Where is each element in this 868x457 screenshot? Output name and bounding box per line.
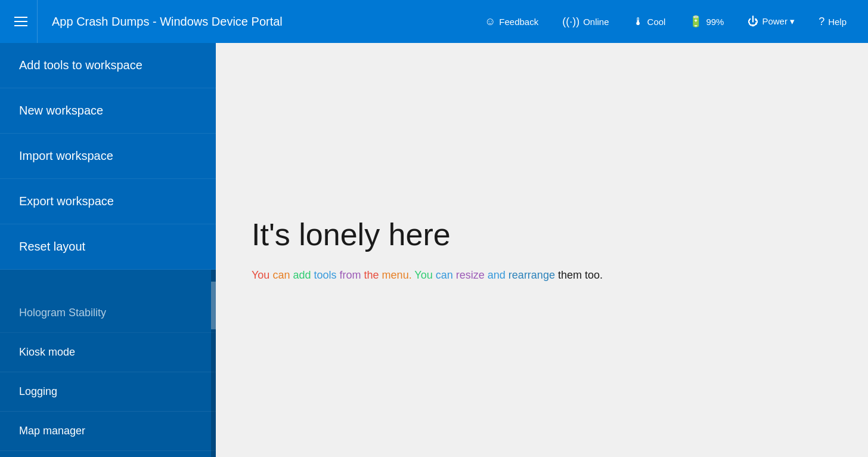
power-button[interactable]: ⏻ Power ▾	[736, 0, 807, 43]
online-label: Online	[583, 17, 609, 27]
app-title: App Crash Dumps - Windows Device Portal	[38, 15, 473, 29]
subtitle-word-the: the	[364, 269, 379, 281]
sidebar-item-kiosk-mode[interactable]: Kiosk mode	[0, 333, 216, 372]
dropdown-menu: Add tools to workspace New workspace Imp…	[0, 43, 216, 270]
hamburger-icon-line3	[14, 25, 27, 26]
header: App Crash Dumps - Windows Device Portal …	[0, 0, 868, 43]
subtitle-word-resize: resize	[456, 269, 485, 281]
hamburger-icon-line2	[14, 21, 27, 22]
power-icon: ⏻	[748, 16, 758, 28]
main-layout: Add tools to workspace New workspace Imp…	[0, 43, 868, 457]
export-workspace-menu-item[interactable]: Export workspace	[0, 179, 216, 224]
reset-layout-menu-item[interactable]: Reset layout	[0, 224, 216, 270]
feedback-label: Feedback	[499, 17, 538, 27]
lonely-subtitle: You can add tools from the menu. You can…	[252, 267, 603, 284]
online-button[interactable]: ((·)) Online	[550, 0, 621, 43]
new-workspace-menu-item[interactable]: New workspace	[0, 88, 216, 134]
header-actions: ☺ Feedback ((·)) Online 🌡 Cool 🔋 99% ⏻ P…	[473, 0, 858, 43]
subtitle-word-you2: You	[414, 269, 432, 281]
online-icon: ((·))	[562, 16, 579, 28]
thermometer-icon: 🌡	[633, 16, 644, 28]
battery-label: 99%	[706, 17, 724, 27]
subtitle-word-rearrange: rearrange	[509, 269, 555, 281]
subtitle-word-can1: can	[272, 269, 290, 281]
subtitle-word-can2: can	[436, 269, 453, 281]
subtitle-word-menu: menu.	[382, 269, 412, 281]
help-icon: ?	[819, 16, 824, 28]
main-content: It's lonely here You can add tools from …	[216, 43, 868, 457]
sidebar-nav: Hologram Stability Kiosk mode Logging Ma…	[0, 294, 216, 457]
sidebar-item-logging[interactable]: Logging	[0, 372, 216, 412]
subtitle-word-and: and	[488, 269, 506, 281]
subtitle-word-tools: tools	[314, 269, 337, 281]
power-label: Power ▾	[762, 16, 795, 27]
subtitle-word-add: add	[293, 269, 311, 281]
subtitle-word-them: them	[558, 269, 582, 281]
subtitle-word-too: too.	[585, 269, 603, 281]
subtitle-word-you1: You	[252, 269, 269, 281]
lonely-box: It's lonely here You can add tools from …	[252, 217, 603, 284]
add-tools-menu-item[interactable]: Add tools to workspace	[0, 43, 216, 88]
sidebar-item-hologram-stability[interactable]: Hologram Stability	[0, 294, 216, 333]
battery-icon: 🔋	[689, 15, 702, 28]
lonely-title: It's lonely here	[252, 217, 603, 252]
hamburger-icon-line1	[14, 17, 27, 18]
subtitle-word-from: from	[340, 269, 361, 281]
import-workspace-menu-item[interactable]: Import workspace	[0, 134, 216, 179]
feedback-button[interactable]: ☺ Feedback	[473, 0, 550, 43]
cool-label: Cool	[647, 17, 666, 27]
sidebar-item-map-manager[interactable]: Map manager	[0, 412, 216, 451]
hamburger-button[interactable]	[10, 0, 38, 43]
sidebar: Add tools to workspace New workspace Imp…	[0, 43, 216, 457]
sidebar-item-mixed-reality-capture[interactable]: Mixed Reality Capture	[0, 451, 216, 457]
scrollbar-thumb[interactable]	[211, 282, 216, 329]
help-label: Help	[828, 17, 847, 27]
help-button[interactable]: ? Help	[807, 0, 858, 43]
cool-button[interactable]: 🌡 Cool	[621, 0, 678, 43]
feedback-icon: ☺	[485, 16, 495, 28]
battery-button[interactable]: 🔋 99%	[677, 0, 736, 43]
